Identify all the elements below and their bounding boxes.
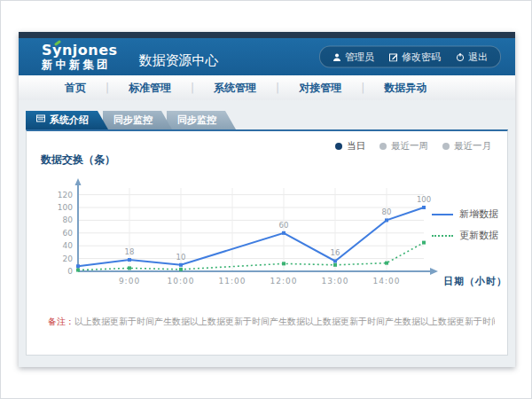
- svg-text:100: 100: [58, 203, 73, 212]
- main-nav: 首页 | 标准管理 | 系统管理 | 对接管理 | 数据异动: [19, 75, 515, 101]
- svg-text:13:00: 13:00: [322, 277, 349, 286]
- svg-text:10:00: 10:00: [168, 277, 195, 286]
- nav-item-system[interactable]: 系统管理: [194, 81, 276, 96]
- change-password-button[interactable]: 修改密码: [389, 51, 441, 64]
- company-name: 新中新集团: [42, 59, 118, 70]
- nav-item-standards[interactable]: 标准管理: [109, 81, 191, 96]
- edit-icon: [389, 52, 398, 61]
- svg-text:16: 16: [331, 248, 340, 257]
- svg-text:100: 100: [417, 195, 431, 204]
- filter-last-week-label: 最近一周: [391, 140, 428, 153]
- svg-text:80: 80: [382, 207, 392, 216]
- svg-text:0: 0: [67, 267, 73, 276]
- y-axis-title: 数据交换（条）: [41, 153, 115, 168]
- svg-text:40: 40: [63, 241, 74, 250]
- svg-text:60: 60: [279, 221, 289, 230]
- change-password-label: 修改密码: [402, 51, 441, 64]
- legend-new-data-label: 新增数据: [459, 207, 498, 221]
- radio-icon: [442, 143, 450, 150]
- logout-button[interactable]: 退出: [456, 51, 488, 64]
- monitor-icon: [36, 111, 45, 129]
- legend-line-dotted-icon: [432, 235, 453, 237]
- legend-updated-data-label: 更新数据: [459, 229, 498, 242]
- page-title: 数据资源中心: [139, 45, 219, 69]
- svg-text:80: 80: [63, 215, 74, 224]
- tab-sync-monitor-1[interactable]: 同步监控: [103, 111, 172, 129]
- brand-name: Synjones: [42, 43, 118, 59]
- svg-text:日期（小时）: 日期（小时）: [443, 276, 504, 287]
- nav-item-home[interactable]: 首页: [45, 81, 106, 96]
- admin-label: 管理员: [345, 51, 374, 64]
- legend-item-new-data: 新增数据: [432, 207, 498, 221]
- user-icon: [332, 52, 341, 61]
- logout-label: 退出: [468, 51, 488, 64]
- filter-last-week[interactable]: 最近一周: [379, 140, 428, 153]
- window-top-strip: [19, 32, 515, 38]
- footer-note: 备注：以上数据更新于时间产生数据以上数据更新于时间产生数据以上数据更新于时间产生…: [48, 316, 495, 328]
- radio-icon: [379, 143, 387, 150]
- filter-today-label: 当日: [347, 140, 365, 153]
- tab-label: 系统介绍: [50, 111, 89, 129]
- svg-text:10: 10: [176, 253, 186, 262]
- nav-item-data-change[interactable]: 数据异动: [364, 81, 446, 96]
- legend-item-updated-data: 更新数据: [432, 229, 498, 242]
- legend-line-solid-icon: [432, 214, 453, 215]
- filter-today[interactable]: 当日: [335, 140, 365, 153]
- svg-text:14:00: 14:00: [373, 277, 401, 286]
- svg-text:18: 18: [125, 247, 135, 256]
- tab-bar: 系统介绍 同步监控 同步监控: [26, 111, 515, 129]
- tab-system-intro[interactable]: 系统介绍: [26, 111, 108, 129]
- logo: Synjones 新中新集团: [42, 43, 118, 70]
- chart-card: 当日 最近一周 最近一月 数据交换（条） 0204060801001209:00…: [26, 129, 508, 356]
- svg-text:9:00: 9:00: [119, 277, 140, 286]
- note-prefix: 备注：: [48, 317, 74, 326]
- radio-selected-icon: [335, 143, 342, 150]
- admin-user-button[interactable]: 管理员: [332, 51, 374, 64]
- time-range-filters: 当日 最近一周 最近一月: [335, 140, 491, 153]
- page: Synjones 新中新集团 数据资源中心 管理员 修改密码: [0, 0, 532, 399]
- filter-last-month-label: 最近一月: [454, 140, 491, 153]
- power-icon: [456, 52, 465, 61]
- app-window: Synjones 新中新集团 数据资源中心 管理员 修改密码: [19, 32, 515, 367]
- user-menu: 管理员 修改密码 退出: [319, 46, 501, 68]
- filter-last-month[interactable]: 最近一月: [442, 140, 491, 153]
- tab-sync-monitor-2[interactable]: 同步监控: [167, 111, 236, 129]
- svg-text:11:00: 11:00: [219, 277, 246, 286]
- svg-text:120: 120: [58, 191, 73, 200]
- svg-text:20: 20: [63, 254, 74, 263]
- chart-legend: 新增数据 更新数据: [432, 207, 498, 250]
- nav-item-interface[interactable]: 对接管理: [279, 81, 361, 96]
- svg-text:12:00: 12:00: [270, 277, 298, 286]
- content-area: 系统介绍 同步监控 同步监控 当日 最近一周: [19, 100, 515, 367]
- svg-text:60: 60: [63, 229, 74, 238]
- note-text: 以上数据更新于时间产生数据以上数据更新于时间产生数据以上数据更新于时间产生数据以…: [74, 317, 495, 326]
- header: Synjones 新中新集团 数据资源中心 管理员 修改密码: [19, 38, 515, 75]
